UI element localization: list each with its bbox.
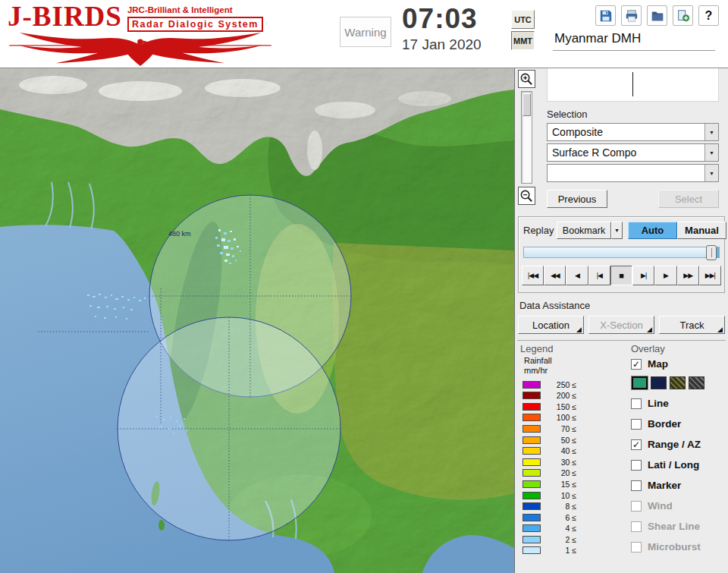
fast-forward-button[interactable]: ▶▶ [677,266,699,285]
map-style-swatch[interactable] [689,376,704,389]
help-button[interactable]: ? [698,5,719,26]
lati-long-checkbox[interactable] [631,460,642,471]
bookmark-button[interactable]: Bookmark [557,222,611,239]
overlay-item-map[interactable]: ✓ Map [631,356,726,372]
legend-swatch [522,447,541,455]
composite-dropdown-value: Composite [552,126,603,138]
toolbar: ? [595,5,719,26]
replay-timeline-slider[interactable] [523,247,720,258]
skip-end-button[interactable]: ▶▶| [699,266,721,285]
play-reverse-button[interactable]: ◀ [566,266,588,285]
print-icon [625,9,639,23]
legend-unit-line1: Rainfall [524,356,629,366]
overlay-item-line[interactable]: Line [631,395,726,411]
step-back-button[interactable]: |◀ [588,266,610,285]
skip-start-button[interactable]: |◀◀ [522,266,544,285]
line-checkbox[interactable] [631,398,642,409]
wind-checkbox[interactable] [631,501,642,512]
header: J-BIRDS JRC-Brilliant & Intelligent Rada… [0,0,728,68]
legend-swatch [522,381,541,389]
zoom-slider[interactable] [521,91,532,184]
track-button[interactable]: Track ◢ [659,316,725,334]
overlay-item-range-az[interactable]: ✓ Range / AZ [631,436,726,452]
legend-swatch [522,514,541,521]
legend-row: 100 ≤ [522,412,629,423]
overlay-options: ✓ Map Line [629,356,726,573]
warning-button[interactable]: Warning [340,17,391,47]
main: 480 km [0,68,728,573]
station-textbox[interactable] [547,68,719,102]
map-style-swatch[interactable] [670,376,686,389]
overlay-item-microburst[interactable]: Microburst [631,539,726,555]
composite-dropdown[interactable]: Composite ▼ [547,123,719,141]
map-style-swatches [632,376,726,389]
legend-row: 200 ≤ [522,390,629,401]
overlay-item-lati-long[interactable]: Lati / Long [631,457,726,473]
extra-dropdown[interactable]: ▼ [547,164,719,182]
product-dropdown[interactable]: Surface R Compo ▼ [547,143,719,162]
legend-swatch [522,414,541,421]
legend-swatch [522,436,541,444]
timeline-thumb[interactable] [706,245,717,260]
logo-subtitle: JRC-Brilliant & Intelligent Radar Dialog… [127,5,263,32]
overlay-item-shear-line[interactable]: Shear Line [631,518,726,534]
print-button[interactable] [621,5,642,26]
marker-checkbox[interactable] [631,480,642,491]
island [158,520,165,530]
overlay-item-border[interactable]: Border [631,416,726,432]
bookmark-dropdown-icon[interactable]: ▼ [611,222,623,239]
overlay-item-marker[interactable]: Marker [631,477,726,493]
zoom-slider-thumb[interactable] [522,93,531,116]
legend-swatch [522,392,541,399]
utc-button[interactable]: UTC [511,10,535,29]
manual-button[interactable]: Manual [677,222,726,239]
fast-rewind-button[interactable]: ◀◀ [544,266,566,285]
range-az-checkbox[interactable]: ✓ [631,439,642,450]
logo: J-BIRDS JRC-Brilliant & Intelligent Rada… [0,0,282,68]
border-checkbox[interactable] [631,419,642,430]
chevron-down-icon[interactable]: ▼ [704,165,718,181]
mmt-button[interactable]: MMT [511,31,535,50]
microburst-checkbox[interactable] [631,542,642,553]
control-panel: Selection Composite ▼ Surface R Compo ▼ … [514,68,728,573]
replay-group: Replay Bookmark ▼ Auto Manual [518,216,725,293]
auto-button[interactable]: Auto [628,222,677,239]
clock: 07:03 17 Jan 2020 [402,5,502,68]
legend-overlay-section: Legend Overlay Rainfall mm/hr 250 ≤ 200 … [517,340,726,573]
export-icon [676,9,690,23]
overlay-item-wind[interactable]: Wind [631,498,726,514]
legend-swatch [522,480,541,488]
legend-row: 4 ≤ [522,523,629,534]
chevron-down-icon[interactable]: ▼ [704,144,718,161]
chevron-down-icon[interactable]: ▼ [704,124,718,140]
open-folder-button[interactable] [647,5,667,26]
legend-row: 15 ≤ [522,479,629,490]
map-area[interactable]: 480 km [0,68,514,573]
jbirds-app: J-BIRDS JRC-Brilliant & Intelligent Rada… [0,0,728,573]
location-button[interactable]: Location ◢ [518,316,584,334]
map-checkbox[interactable]: ✓ [631,359,642,370]
radar-map[interactable]: 480 km [0,68,514,573]
previous-button[interactable]: Previous [547,190,607,208]
stop-button[interactable]: ■ [610,266,632,285]
legend-swatch [522,546,541,554]
selection-label: Selection [547,109,719,120]
export-button[interactable] [673,5,693,26]
station-title: Myanmar DMH [553,31,715,51]
play-button[interactable]: ▶ [654,266,676,285]
step-forward-button[interactable]: ▶| [632,266,654,285]
xsection-button[interactable]: X-Section ◢ [588,316,654,334]
thumb-ridge [711,248,712,257]
legend-row: 40 ≤ [522,445,629,457]
select-button[interactable]: Select [658,190,719,208]
zoom-out-button[interactable] [518,187,535,205]
zoom-in-button[interactable] [518,70,535,88]
save-button[interactable] [595,5,616,26]
save-icon [599,9,613,23]
map-style-swatch[interactable] [651,376,667,389]
zoom-in-icon [519,72,534,87]
overlay-label: Overlay [629,343,665,354]
legend-row: 70 ≤ [522,423,629,435]
shear-line-checkbox[interactable] [631,521,642,532]
map-style-swatch[interactable] [632,376,648,389]
